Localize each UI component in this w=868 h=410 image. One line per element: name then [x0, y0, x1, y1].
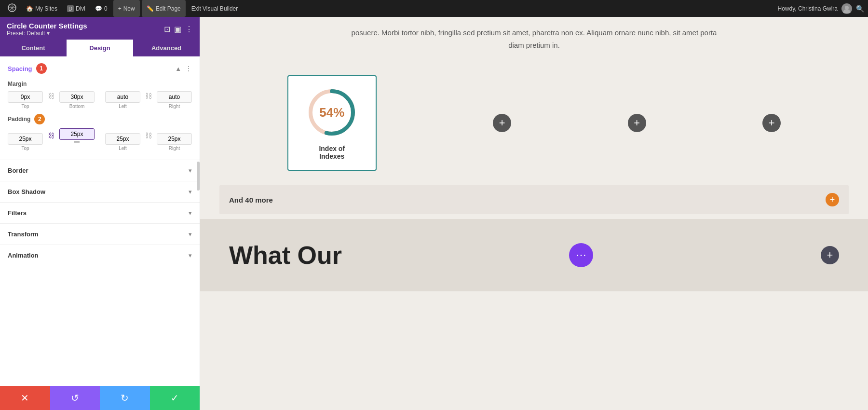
padding-top-block: Top [8, 133, 43, 151]
margin-top-input[interactable] [8, 91, 43, 103]
more-bar: And 40 more + [219, 185, 849, 214]
more-options-icon[interactable]: ⋮ [185, 25, 193, 34]
chevron-down-icon: ▾ [47, 30, 50, 37]
howdy-text: Howdy, Christina Gwira [778, 5, 838, 12]
padding-topright-input[interactable] [59, 128, 95, 140]
tab-advanced[interactable]: Advanced [133, 40, 200, 56]
tab-design[interactable]: Design [67, 40, 133, 56]
what-our-plus-button[interactable]: + [821, 246, 839, 264]
padding-right-label: Right [169, 146, 180, 151]
margin-right-input[interactable] [157, 91, 192, 103]
spacing-badge: 1 [36, 63, 47, 74]
search-icon[interactable]: 🔍 [856, 5, 864, 13]
cancel-button[interactable]: ✕ [0, 386, 50, 410]
tab-content[interactable]: Content [0, 40, 67, 56]
pencil-icon: ✏️ [147, 5, 154, 12]
divi-menu[interactable]: D Divi [63, 0, 89, 17]
left-panel: Circle Counter Settings Preset: Default … [0, 17, 200, 410]
scroll-handle[interactable] [197, 162, 200, 191]
panel-header: Circle Counter Settings Preset: Default … [0, 17, 200, 40]
margin-top-label: Top [21, 104, 29, 109]
animation-title: Animation [8, 252, 39, 259]
avatar[interactable] [841, 3, 852, 14]
panel-header-icons: ⊡ ▣ ⋮ [164, 25, 193, 34]
transform-section: Transform ▾ [0, 224, 200, 245]
right-content: posuere. Morbi tortor nibh, fringilla se… [200, 17, 868, 410]
transform-title: Transform [8, 231, 39, 238]
undo-button[interactable]: ↺ [50, 386, 100, 410]
redo-button[interactable]: ↻ [100, 386, 150, 410]
minimize-icon[interactable]: ⊡ [164, 25, 170, 34]
drag-handle[interactable]: ||| [74, 141, 81, 142]
margin-label: Margin [8, 81, 192, 87]
transform-header[interactable]: Transform ▾ [0, 224, 200, 245]
margin-bottom-label: Bottom [69, 104, 85, 109]
spacing-body: Margin Top ⛓ Bottom [0, 81, 200, 160]
panel-tabs: Content Design Advanced [0, 40, 200, 56]
filters-chevron[interactable]: ▾ [189, 209, 192, 217]
spacing-more-icon[interactable]: ⋮ [185, 65, 192, 72]
padding-right-input[interactable] [157, 133, 192, 145]
animation-header[interactable]: Animation ▾ [0, 245, 200, 266]
filters-header[interactable]: Filters ▾ [0, 203, 200, 223]
layout-icon[interactable]: ▣ [174, 25, 181, 34]
plus-button-2[interactable]: + [628, 114, 646, 132]
spacing-section: Spacing 1 ▲ ⋮ Margin Top [0, 56, 200, 160]
margin-bottom-input[interactable] [59, 91, 95, 103]
padding-topright-block: ||| [59, 128, 95, 151]
wp-logo[interactable] [4, 0, 20, 17]
spacing-title: Spacing 1 [8, 63, 47, 74]
plus-button-3[interactable]: + [762, 114, 781, 132]
divi-icon: D [67, 5, 74, 12]
margin-fields: Top ⛓ Bottom Left ⛓ [8, 91, 192, 109]
padding-badge: 2 [34, 114, 45, 124]
padding-label: Padding [8, 116, 30, 123]
edit-page-button[interactable]: ✏️ Edit Page [142, 0, 186, 17]
margin-right-label: Right [169, 104, 180, 109]
new-button[interactable]: + New [113, 0, 140, 17]
cards-row: 54% Index ofIndexes + + + [200, 66, 868, 180]
comments-menu[interactable]: 💬 0 [91, 0, 111, 17]
more-bar-plus-button[interactable]: + [826, 193, 839, 206]
margin-link-icon[interactable]: ⛓ [46, 92, 56, 100]
box-shadow-chevron[interactable]: ▾ [189, 188, 192, 195]
padding-right-block: Right [157, 133, 192, 151]
circle-percent: 54% [319, 105, 344, 120]
action-bar: ✕ ↺ ↻ ✓ [0, 386, 200, 410]
my-sites-menu[interactable]: 🏠 My Sites [22, 0, 61, 17]
what-our-section: What Our ⋯ + [200, 219, 868, 291]
admin-bar-right: Howdy, Christina Gwira 🔍 [778, 3, 864, 14]
border-chevron[interactable]: ▾ [189, 167, 192, 174]
spacing-header[interactable]: Spacing 1 ▲ ⋮ [0, 56, 200, 81]
dots-menu-button[interactable]: ⋯ [569, 243, 593, 267]
spacing-collapse-icon[interactable]: ▲ [175, 65, 181, 72]
margin-bottom-block: Bottom [59, 91, 95, 109]
margin-left-input[interactable] [105, 91, 140, 103]
animation-chevron[interactable]: ▾ [189, 252, 192, 259]
filters-section: Filters ▾ [0, 203, 200, 224]
what-our-title: What Our [229, 241, 342, 270]
save-button[interactable]: ✓ [150, 386, 200, 410]
more-bar-text: And 40 more [229, 196, 273, 204]
padding-lr-link-icon[interactable]: ⛓ [143, 132, 154, 139]
border-section: Border ▾ [0, 160, 200, 181]
exit-builder-button[interactable]: Exit Visual Builder [188, 0, 242, 17]
padding-left-input[interactable] [105, 133, 140, 145]
admin-bar: 🏠 My Sites D Divi 💬 0 + New ✏️ Edit Page… [0, 0, 868, 17]
panel-preset[interactable]: Preset: Default ▾ [7, 30, 87, 37]
padding-top-label: Top [21, 146, 29, 151]
margin-left-block: Left [105, 91, 140, 109]
plus-button-1[interactable]: + [493, 114, 511, 132]
circle-chart: 54% [305, 86, 358, 139]
border-header[interactable]: Border ▾ [0, 160, 200, 181]
padding-left-block: Left [105, 133, 140, 151]
main-layout: Circle Counter Settings Preset: Default … [0, 17, 868, 410]
transform-chevron[interactable]: ▾ [189, 231, 192, 238]
home-icon: 🏠 [26, 5, 33, 12]
svg-point-1 [845, 6, 849, 10]
box-shadow-header[interactable]: Box Shadow ▾ [0, 181, 200, 202]
border-title: Border [8, 167, 28, 174]
margin-lr-link-icon[interactable]: ⛓ [143, 92, 154, 100]
padding-link-icon[interactable]: ⛓ [46, 132, 56, 139]
padding-top-input[interactable] [8, 133, 43, 145]
